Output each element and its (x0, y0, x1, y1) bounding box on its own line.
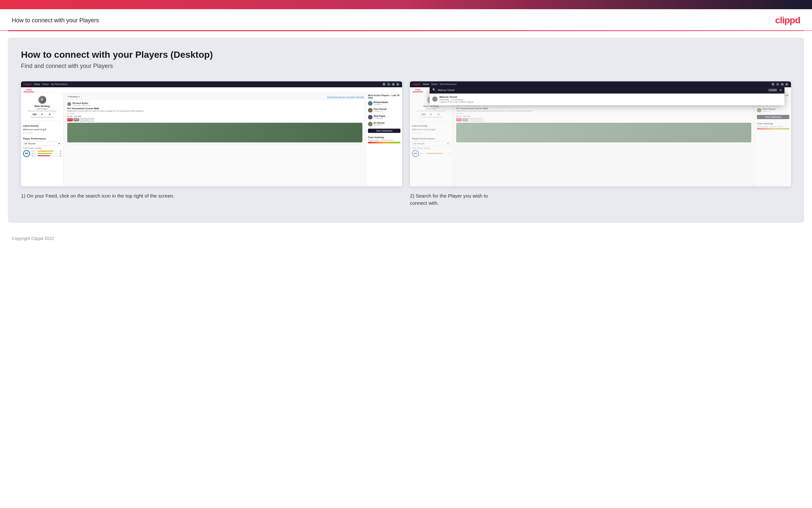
activity-user-meta: Yesterday · The Grove (73, 104, 91, 106)
activity-user-avatar (67, 102, 71, 106)
heatmap-sub: Player Quality · 20 Round Trend (368, 139, 400, 141)
player-avatar-2 (368, 108, 373, 113)
hero-subtitle: Find and connect with your Players (21, 63, 791, 70)
player-name-3: Hiral Pujara (374, 115, 400, 117)
player-avatar-4 (368, 122, 373, 126)
search-input-value[interactable]: Marcus Turner (438, 89, 766, 92)
search-input-icon: 🔍 (432, 88, 436, 92)
mini-left-panel: B Blair McHarg Golf Coach Mill Ride Golf… (21, 92, 64, 186)
activity-duration-label: Duration (67, 113, 363, 115)
feed-tab[interactable]: Feed (23, 87, 34, 92)
following-row: Following ▾ Control who can see your act… (65, 94, 364, 99)
team-dashboard-btn[interactable]: Team Dashboard (368, 129, 400, 133)
page-title: How to connect with your Players (12, 17, 99, 24)
perf-title: Player Performance (23, 137, 61, 140)
mini-nav: clippd Home Teams My Performance 🔍 👤 ⚙ B (21, 81, 402, 87)
mini-app-1: clippd Home Teams My Performance 🔍 👤 ⚙ B (21, 81, 402, 186)
screenshot-frame-2: clippd Home Teams My Performance 🔍 👤 ⚙ B (410, 81, 791, 186)
logo: clippd (775, 15, 800, 26)
mini-profile: B Blair McHarg Golf Coach Mill Ride Golf… (23, 94, 61, 121)
player-performance-section: Player Performance Eli Vincent ▾ Total P… (23, 137, 61, 157)
bell-icon: ⚙ (392, 83, 395, 86)
user-icon: 👤 (387, 83, 390, 86)
profile-name: Blair McHarg (35, 105, 50, 108)
profile-avatar: B (38, 96, 46, 104)
player-acts-2: Activities: 4 (374, 110, 400, 112)
mini-nav-2: clippd Home Teams My Performance 🔍 👤 ⚙ B (410, 81, 791, 87)
footer: Copyright Clippd 2022 (0, 229, 812, 247)
mini-nav-links-2: Home Teams My Performance (423, 83, 769, 85)
tag-ott: OTT (67, 118, 73, 121)
search-result-sub2: Cypress Point Club, United Kingdom (439, 101, 474, 103)
activity-card: Richard Butler Yesterday · The Grove Pre… (65, 100, 364, 144)
heatmap-bar (368, 142, 400, 143)
mini-logo: clippd (23, 83, 32, 86)
player-name-4: Eli Vincent (374, 122, 400, 124)
search-result-1[interactable]: Marcus Turner Yesterday · 1-5 Handicap C… (430, 93, 784, 105)
heatmap-section: Team Heatmap Player Quality · 20 Round T… (368, 134, 400, 143)
bar-arg: ARG 64 (32, 155, 61, 157)
header-divider (8, 31, 804, 31)
search-clear-button[interactable]: CLEAR (768, 89, 777, 92)
latest-activity-date: 27 Jul 2022 (23, 132, 61, 134)
player-name-2: Piers Parnell (374, 108, 400, 110)
mini-nav-icons: 🔍 👤 ⚙ B (382, 83, 399, 86)
player-row-2: Piers Parnell Activities: 4 (368, 107, 400, 113)
activity-title: Pre Tournament Course Walk (67, 107, 363, 110)
profile-stats: 129 Activities 3 Followers 4 (31, 112, 53, 119)
screenshot-frame-1: clippd Home Teams My Performance 🔍 👤 ⚙ B (21, 81, 402, 186)
player-name-1: Richard Butler (374, 101, 400, 103)
stat-activities: 129 Activities (31, 113, 38, 118)
quality-label: Total Player Quality (23, 147, 61, 149)
latest-activity-section: Latest Activity (23, 125, 61, 127)
screenshots-row: clippd Home Teams My Performance 🔍 👤 ⚙ B (21, 81, 791, 207)
mini-right-panel: Most Active Players - Last 30 days Richa… (366, 92, 402, 186)
activity-user: Richard Butler Yesterday · The Grove (67, 102, 363, 106)
search-input-row: 🔍 Marcus Turner CLEAR ✕ (430, 87, 784, 93)
activity-desc: Walking the course with my coach to buil… (67, 110, 363, 112)
player-acts-3: Activities: 3 (374, 117, 400, 119)
control-link[interactable]: Control who can see your activity and da… (327, 96, 364, 98)
activity-user-name: Richard Butler (73, 102, 91, 104)
most-active-title: Most Active Players - Last 30 days (368, 94, 400, 99)
player-row-1: Richard Butler Activities: 7 (368, 100, 400, 106)
player-avatar-1 (368, 101, 373, 106)
search-close-icon[interactable]: ✕ (779, 88, 782, 92)
player-avatar-3 (368, 115, 373, 120)
nav-teams: Teams (42, 83, 49, 85)
search-result-sub1: Yesterday · 1-5 Handicap (439, 98, 474, 101)
activity-duration: 02 hr : 00 min (67, 115, 363, 118)
main-content: How to connect with your Players (Deskto… (8, 38, 804, 223)
bar-ott: OTT 79 (32, 150, 61, 152)
player-selector[interactable]: Eli Vincent ▾ (23, 141, 61, 146)
quality-bars: OTT 79 APP (32, 150, 61, 157)
mini-middle-panel: Following ▾ Control who can see your act… (64, 92, 366, 186)
following-button[interactable]: Following ▾ (65, 94, 82, 99)
avatar-icon: B (396, 83, 399, 86)
activity-image (67, 123, 363, 142)
heatmap-title: Team Heatmap (368, 136, 400, 138)
player-row-4: Eli Vincent Activities: 1 (368, 121, 400, 127)
mini-logo-2: clippd (413, 83, 420, 86)
header: How to connect with your Players clippd (0, 9, 812, 31)
mini-app-2: clippd Home Teams My Performance 🔍 👤 ⚙ B (410, 81, 791, 186)
tag-app: APP (74, 118, 79, 121)
screenshot-block-1: clippd Home Teams My Performance 🔍 👤 ⚙ B (21, 81, 402, 207)
caption-2: 2) Search for the Player you wish toconn… (410, 192, 791, 207)
shot-tags: OTT APP ARG PUTT (67, 118, 363, 121)
player-acts-1: Activities: 7 (374, 103, 400, 105)
nav-my-performance: My Performance (51, 83, 67, 85)
search-result-avatar (432, 96, 437, 102)
profile-role: Golf Coach (37, 108, 48, 110)
nav-home: Home (34, 83, 40, 85)
search-result-name: Marcus Turner (439, 95, 474, 98)
quality-circle: 84 (23, 150, 30, 157)
player-row-3: Hiral Pujara Activities: 3 (368, 114, 400, 120)
tag-putt: PUTT (87, 118, 94, 121)
mini-body: B Blair McHarg Golf Coach Mill Ride Golf… (21, 92, 402, 186)
stat-followers: 3 Followers (38, 113, 46, 118)
mini-tab-bar: Feed (21, 87, 402, 92)
stat-following: 4 Following (46, 113, 53, 118)
search-icon[interactable]: 🔍 (382, 83, 386, 86)
search-icon-2[interactable]: 🔍 (771, 83, 775, 86)
